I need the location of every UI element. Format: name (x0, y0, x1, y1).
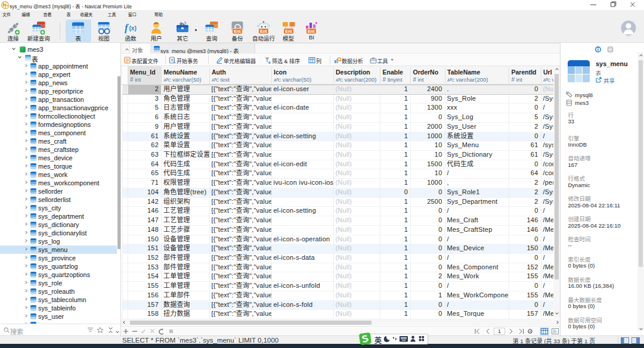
svg-text:1: 1 (498, 328, 501, 334)
svg-text:(x): (x) (129, 25, 137, 32)
svg-text:Ent: Ent (285, 29, 292, 33)
svg-text:Ent: Ent (308, 29, 315, 33)
svg-text:.....: ..... (627, 33, 631, 37)
svg-text:Ent: Ent (234, 29, 241, 33)
svg-text:Ent: Ent (260, 29, 267, 33)
